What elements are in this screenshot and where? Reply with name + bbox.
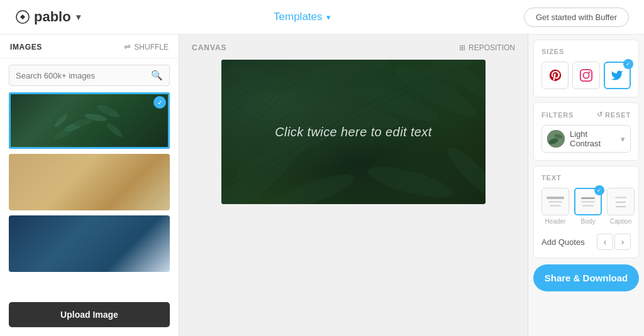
header-style-preview	[547, 197, 564, 207]
list-item[interactable]	[9, 154, 170, 210]
add-quotes-row: Add Quotes ‹ ›	[541, 231, 631, 250]
body-style-button[interactable]: ✓ Body	[574, 188, 602, 225]
twitter-selected-check-icon: ✓	[623, 59, 633, 69]
search-icon: 🔍	[151, 70, 163, 81]
header: pablo ▾ Templates ▾ Get started with Buf…	[0, 0, 644, 35]
canvas-header: CANVAS ⊞ REPOSITION	[192, 43, 515, 52]
main-layout: IMAGES ⇌ SHUFFLE 🔍	[0, 35, 644, 336]
svg-point-2	[63, 121, 84, 133]
body-style-label: Body	[581, 218, 596, 225]
templates-label: Templates	[274, 11, 322, 23]
instagram-size-button[interactable]	[572, 62, 599, 89]
templates-nav[interactable]: Templates ▾	[274, 11, 330, 23]
text-styles-row: Header ✓ Body	[541, 188, 631, 225]
fern-thumbnail	[9, 92, 170, 149]
reposition-button[interactable]: ⊞ REPOSITION	[459, 43, 515, 52]
shuffle-tab[interactable]: ⇌ SHUFFLE	[124, 42, 169, 51]
header-style-label: Header	[545, 218, 566, 225]
filter-preview-icon	[547, 130, 565, 148]
images-tab[interactable]: IMAGES	[10, 43, 42, 51]
shuffle-icon: ⇌	[124, 42, 131, 51]
svg-point-7	[105, 121, 125, 139]
canvas-edit-text[interactable]: Click twice here to edit text	[275, 125, 431, 139]
filter-chevron-icon: ▾	[621, 134, 625, 144]
svg-point-6	[53, 112, 69, 128]
fern-svg-decoration	[52, 99, 127, 143]
instagram-icon	[579, 68, 593, 82]
filters-title: FILTERS ↺ RESET	[541, 111, 631, 119]
header-style-button[interactable]: Header	[541, 188, 569, 225]
twitter-size-button[interactable]: ✓	[604, 62, 631, 89]
svg-point-24	[583, 72, 589, 78]
wheat-thumbnail	[9, 154, 170, 210]
ocean-thumbnail	[9, 215, 170, 272]
reposition-icon: ⊞	[459, 43, 465, 52]
logo-icon	[15, 9, 30, 24]
reset-icon: ↺	[597, 111, 603, 119]
svg-point-4	[84, 112, 107, 122]
filter-thumbnail	[547, 130, 565, 148]
sidebar: IMAGES ⇌ SHUFFLE 🔍	[0, 35, 179, 336]
sizes-title: SIZES	[541, 48, 631, 55]
canvas-label: CANVAS	[192, 43, 227, 52]
sidebar-tabs: IMAGES ⇌ SHUFFLE	[0, 35, 179, 58]
svg-point-5	[95, 102, 121, 120]
filters-reset-button[interactable]: ↺ RESET	[597, 111, 631, 119]
sizes-section: SIZES ✓	[533, 40, 639, 97]
svg-rect-23	[580, 70, 592, 81]
canvas-background: Click twice here to edit text	[221, 60, 486, 204]
body-style-preview	[581, 197, 595, 207]
body-style-box: ✓	[574, 188, 602, 215]
search-bar[interactable]: 🔍	[9, 65, 170, 86]
templates-chevron-icon: ▾	[326, 13, 331, 22]
share-button-wrap: Share & Download	[533, 264, 639, 291]
quotes-prev-button[interactable]: ‹	[597, 234, 613, 250]
pinterest-icon	[548, 68, 562, 82]
search-input[interactable]	[16, 71, 151, 80]
text-title: TEXT	[541, 174, 631, 182]
twitter-icon	[611, 69, 623, 82]
pinterest-size-button[interactable]	[541, 62, 569, 89]
sizes-row: ✓	[541, 62, 631, 89]
filters-section: FILTERS ↺ RESET Light Contrast ▾	[533, 102, 639, 161]
share-download-button[interactable]: Share & Download	[533, 264, 639, 291]
quotes-navigation: ‹ ›	[597, 234, 631, 250]
svg-point-1	[52, 124, 75, 142]
filter-name-label: Light Contrast	[570, 129, 616, 148]
body-selected-check-icon: ✓	[594, 185, 604, 195]
caption-style-button[interactable]: Caption	[607, 188, 635, 225]
list-item[interactable]	[9, 215, 170, 272]
quotes-next-button[interactable]: ›	[614, 234, 631, 250]
right-panel: SIZES ✓	[528, 35, 644, 336]
logo-text: pablo	[34, 9, 71, 25]
logo-chevron-icon: ▾	[76, 12, 80, 22]
caption-style-label: Caption	[610, 218, 631, 225]
header-style-box	[541, 188, 569, 215]
images-grid: ✓	[0, 92, 179, 296]
svg-point-3	[73, 117, 92, 127]
canvas-frame[interactable]: Click twice here to edit text	[221, 60, 486, 204]
list-item[interactable]: ✓	[9, 92, 170, 149]
get-started-button[interactable]: Get started with Buffer	[524, 8, 629, 27]
canvas-area: CANVAS ⊞ REPOSITION	[179, 35, 528, 336]
caption-style-preview	[615, 197, 626, 207]
shuffle-label: SHUFFLE	[134, 43, 169, 51]
text-section: TEXT Header ✓	[533, 166, 639, 258]
caption-style-box	[607, 188, 635, 215]
svg-point-25	[589, 72, 591, 73]
upload-image-button[interactable]: Upload Image	[9, 302, 170, 327]
add-quotes-label: Add Quotes	[541, 237, 585, 247]
reposition-label: REPOSITION	[469, 43, 515, 52]
filter-dropdown[interactable]: Light Contrast ▾	[541, 125, 631, 153]
logo[interactable]: pablo ▾	[15, 9, 80, 25]
selected-check-icon: ✓	[153, 96, 166, 109]
